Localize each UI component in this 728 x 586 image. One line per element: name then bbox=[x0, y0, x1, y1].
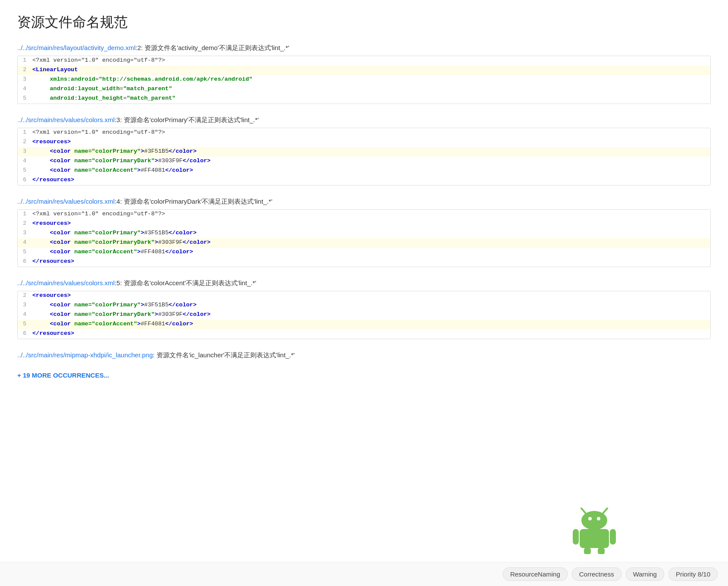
line-content: <?xml version="1.0" encoding="utf-8"?> bbox=[31, 128, 710, 138]
line-content: <resources> bbox=[31, 291, 710, 301]
code-line: 2<resources> bbox=[18, 291, 710, 301]
line-content: </resources> bbox=[31, 257, 710, 267]
page-title: 资源文件命名规范 bbox=[17, 13, 711, 32]
line-number: 2 bbox=[18, 66, 31, 75]
line-content: <color name="colorAccent">#FF4081</color… bbox=[31, 248, 710, 257]
code-line: 3 <color name="colorPrimary">#3F51B5</co… bbox=[18, 147, 710, 157]
line-number: 2 bbox=[18, 291, 31, 301]
line-number: 3 bbox=[18, 147, 31, 157]
code-block-4: 2<resources>3 <color name="colorPrimary"… bbox=[17, 291, 711, 339]
issue-description-2: :3: 资源命名'colorPrimary'不满足正则表达式'lint_.*' bbox=[115, 116, 259, 123]
line-content: <color name="colorAccent">#FF4081</color… bbox=[31, 166, 710, 176]
code-line: 2<LinearLayout bbox=[18, 66, 710, 75]
line-number: 2 bbox=[18, 138, 31, 147]
code-line: 6</resources> bbox=[18, 329, 710, 339]
more-occurrences[interactable]: + 19 MORE OCCURRENCES... bbox=[17, 372, 711, 379]
issue-link-5[interactable]: ../../src/main/res/mipmap-xhdpi/ic_launc… bbox=[17, 351, 153, 359]
line-content: <color name="colorPrimary">#3F51B5</colo… bbox=[31, 301, 710, 310]
code-line: 6</resources> bbox=[18, 257, 710, 267]
line-content: <color name="colorPrimaryDark">#303F9F</… bbox=[31, 238, 710, 248]
issue-link-4[interactable]: ../../src/main/res/values/colors.xml bbox=[17, 279, 115, 287]
issue-block-1: ../../src/main/res/layout/activity_demo.… bbox=[17, 44, 711, 104]
issue-link-1[interactable]: ../../src/main/res/layout/activity_demo.… bbox=[17, 44, 135, 51]
line-number: 5 bbox=[18, 248, 31, 257]
line-number: 4 bbox=[18, 85, 31, 94]
code-line: 5 android:layout_height="match_parent" bbox=[18, 94, 710, 104]
line-content: </resources> bbox=[31, 176, 710, 185]
code-line: 5 <color name="colorAccent">#FF4081</col… bbox=[18, 248, 710, 257]
more-occurrences-link[interactable]: + 19 MORE OCCURRENCES... bbox=[17, 372, 109, 379]
line-number: 3 bbox=[18, 229, 31, 238]
code-line: 4 <color name="colorPrimaryDark">#303F9F… bbox=[18, 310, 710, 320]
code-line: 5 <color name="colorAccent">#FF4081</col… bbox=[18, 166, 710, 176]
code-line: 3 <color name="colorPrimary">#3F51B5</co… bbox=[18, 301, 710, 310]
line-content: <color name="colorPrimaryDark">#303F9F</… bbox=[31, 310, 710, 320]
code-line: 4 <color name="colorPrimaryDark">#303F9F… bbox=[18, 238, 710, 248]
line-content: android:layout_height="match_parent" bbox=[31, 94, 710, 104]
code-block-3: 1<?xml version="1.0" encoding="utf-8"?>2… bbox=[17, 209, 711, 267]
code-line: 3 xmlns:android="http://schemas.android.… bbox=[18, 75, 710, 85]
line-number: 6 bbox=[18, 257, 31, 267]
issue-description-1: :2: 资源文件名'activity_demo'不满足正则表达式'lint_.*… bbox=[135, 44, 289, 51]
line-content: xmlns:android="http://schemas.android.co… bbox=[31, 75, 710, 85]
line-number: 4 bbox=[18, 238, 31, 248]
line-content: <color name="colorPrimary">#3F51B5</colo… bbox=[31, 147, 710, 157]
issue-link-2[interactable]: ../../src/main/res/values/colors.xml bbox=[17, 116, 115, 123]
issue-block-2: ../../src/main/res/values/colors.xml:3: … bbox=[17, 116, 711, 186]
line-number: 1 bbox=[18, 56, 31, 66]
line-number: 6 bbox=[18, 176, 31, 185]
issue-description-5: : 资源文件名'ic_launcher'不满足正则表达式'lint_.*' bbox=[153, 351, 295, 359]
line-content: <color name="colorAccent">#FF4081</color… bbox=[31, 320, 710, 329]
code-line: 1<?xml version="1.0" encoding="utf-8"?> bbox=[18, 210, 710, 219]
line-number: 2 bbox=[18, 219, 31, 229]
issue-block-5: ../../src/main/res/mipmap-xhdpi/ic_launc… bbox=[17, 351, 711, 359]
line-content: <resources> bbox=[31, 138, 710, 147]
line-content: <?xml version="1.0" encoding="utf-8"?> bbox=[31, 56, 710, 66]
code-block-1: 1<?xml version="1.0" encoding="utf-8"?>2… bbox=[17, 56, 711, 104]
issue-description-4: :5: 资源命名'colorAccent'不满足正则表达式'lint_.*' bbox=[115, 279, 256, 287]
code-line: 1<?xml version="1.0" encoding="utf-8"?> bbox=[18, 128, 710, 138]
line-content: android:layout_width="match_parent" bbox=[31, 85, 710, 94]
line-number: 4 bbox=[18, 310, 31, 320]
code-line: 2<resources> bbox=[18, 138, 710, 147]
code-block-2: 1<?xml version="1.0" encoding="utf-8"?>2… bbox=[17, 128, 711, 186]
issue-block-3: ../../src/main/res/values/colors.xml:4: … bbox=[17, 198, 711, 267]
line-number: 5 bbox=[18, 320, 31, 329]
line-number: 6 bbox=[18, 329, 31, 339]
line-number: 5 bbox=[18, 166, 31, 176]
line-number: 5 bbox=[18, 94, 31, 104]
line-number: 1 bbox=[18, 128, 31, 138]
issue-description-3: :4: 资源命名'colorPrimaryDark'不满足正则表达式'lint_… bbox=[115, 198, 273, 205]
code-line: 4 android:layout_width="match_parent" bbox=[18, 85, 710, 94]
line-content: </resources> bbox=[31, 329, 710, 339]
code-line: 4 <color name="colorPrimaryDark">#303F9F… bbox=[18, 157, 710, 166]
line-number: 4 bbox=[18, 157, 31, 166]
line-content: <color name="colorPrimaryDark">#303F9F</… bbox=[31, 157, 710, 166]
code-line: 6</resources> bbox=[18, 176, 710, 185]
line-number: 3 bbox=[18, 301, 31, 310]
line-content: <color name="colorPrimary">#3F51B5</colo… bbox=[31, 229, 710, 238]
line-content: <LinearLayout bbox=[31, 66, 710, 75]
code-line: 5 <color name="colorAccent">#FF4081</col… bbox=[18, 320, 710, 329]
line-content: <?xml version="1.0" encoding="utf-8"?> bbox=[31, 210, 710, 219]
code-line: 1<?xml version="1.0" encoding="utf-8"?> bbox=[18, 56, 710, 66]
code-line: 2<resources> bbox=[18, 219, 710, 229]
line-number: 3 bbox=[18, 75, 31, 85]
issue-block-4: ../../src/main/res/values/colors.xml:5: … bbox=[17, 279, 711, 339]
line-number: 1 bbox=[18, 210, 31, 219]
issue-link-3[interactable]: ../../src/main/res/values/colors.xml bbox=[17, 198, 115, 205]
code-line: 3 <color name="colorPrimary">#3F51B5</co… bbox=[18, 229, 710, 238]
line-content: <resources> bbox=[31, 219, 710, 229]
